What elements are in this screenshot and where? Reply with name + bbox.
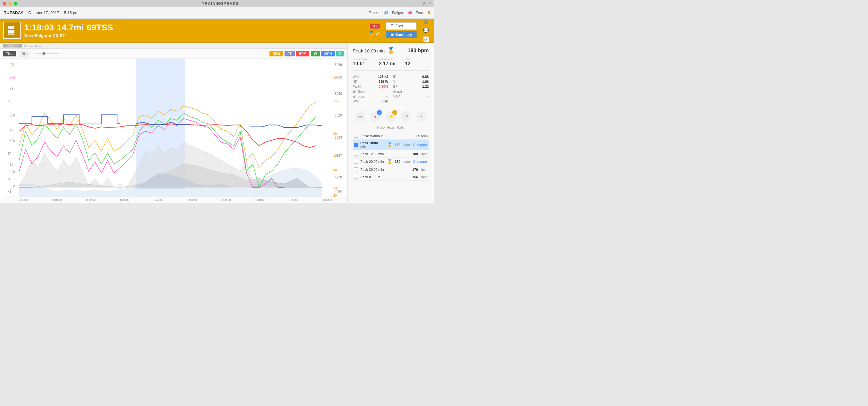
time-button[interactable]: Time xyxy=(3,51,16,57)
w-button[interactable]: W xyxy=(311,51,320,57)
main-content: E Pi₁₁... ⊔¹ ₁₀ Time Dist RPM FT BPM W M… xyxy=(0,43,434,203)
x-label-4: 0:40:00 xyxy=(154,198,163,201)
files-button[interactable]: ☰ Files xyxy=(386,22,416,30)
metric-buttons: RPM FT BPM W MPH F xyxy=(270,51,344,57)
summary-button[interactable]: ☰ Summary xyxy=(386,31,416,38)
gold-medal-icon: 🥇 xyxy=(387,47,395,54)
heart-icon-circle[interactable]: ♥ 4 xyxy=(370,111,381,122)
if-row: IF 0.88 xyxy=(393,75,429,78)
bar-chart-icon[interactable]: ▦ xyxy=(423,19,429,25)
x-labels: 0:00:00 0:10:00 0:20:00 0:30:00 0:40:00 … xyxy=(19,198,347,201)
12min-checkbox[interactable] xyxy=(354,152,358,156)
peak-row-1h[interactable]: Peak 01:00 h 156 bpm xyxy=(353,173,429,181)
peak-row-12min[interactable]: Peak 12:00 min 180 bpm xyxy=(353,150,429,158)
f-button[interactable]: F xyxy=(336,51,344,57)
peak-bpm-value: 180 bpm xyxy=(408,47,429,54)
20min-checkbox[interactable] xyxy=(354,160,358,164)
activity-main-stats: 1:18:03 14.7mi 69TSS xyxy=(24,23,364,33)
wkg-row: W/kg 3.26 xyxy=(353,99,388,103)
svg-text:4970: 4970 xyxy=(335,175,342,179)
duration-stat: Duration 10:01 xyxy=(353,58,376,67)
power-icon-circle[interactable]: ⚡ 1 xyxy=(385,111,396,122)
clock-icon-circle[interactable]: ⏱ xyxy=(401,111,411,122)
window-controls xyxy=(3,2,18,5)
svg-rect-4 xyxy=(8,33,11,35)
minimize-button[interactable] xyxy=(8,2,12,5)
20min-compare-button[interactable]: Compare xyxy=(412,160,428,163)
notes-icon: ☰ xyxy=(358,114,362,119)
vi-row: VI 1.06 xyxy=(393,80,429,83)
entire-label: Entire Workout xyxy=(360,134,413,138)
notes-icon-circle[interactable]: ☰ xyxy=(355,111,365,122)
svg-text:500: 500 xyxy=(10,139,15,143)
dist-button[interactable]: Dist xyxy=(19,51,30,57)
bt-badge: BT xyxy=(370,24,380,29)
tss-stat: TSS 12 xyxy=(405,58,429,67)
svg-text:13: 13 xyxy=(10,163,13,167)
svg-rect-5 xyxy=(11,33,14,35)
mph-button[interactable]: MPH xyxy=(321,51,335,57)
activity-icon xyxy=(3,22,21,39)
fitness-label: Fitness xyxy=(369,11,381,15)
12min-unit: bpm xyxy=(421,152,428,156)
date-label: October 17, 2017 xyxy=(28,10,59,15)
svg-text:8: 8 xyxy=(8,177,10,181)
np-row: NP 219 W xyxy=(353,80,388,83)
peak-section-title: Peak Heart Rate xyxy=(353,126,429,130)
activity-tss: 69TSS xyxy=(87,23,113,33)
10min-compare-button[interactable]: Compare xyxy=(412,143,428,146)
rpm-button[interactable]: RPM xyxy=(270,51,283,57)
trend-icon[interactable]: 📈 xyxy=(423,36,429,42)
chart-panel: E Pi₁₁... ⊔¹ ₁₀ Time Dist RPM FT BPM W M… xyxy=(0,43,348,203)
day-label: TUESDAY xyxy=(4,10,23,15)
window-actions: ⇱ ✕ xyxy=(423,2,431,5)
summary-icon: ☰ xyxy=(391,33,394,37)
svg-rect-0 xyxy=(8,26,11,29)
comment-icon[interactable]: 💬 xyxy=(423,27,429,34)
activity-bar: 1:18:03 14.7mi 69TSS New Belgium CX/ST B… xyxy=(0,19,434,43)
10min-checkbox[interactable] xyxy=(354,143,358,147)
bpm-button[interactable]: BPM xyxy=(296,51,309,57)
form-value: 5 xyxy=(428,11,430,15)
ef-row: EF 1.22 xyxy=(393,84,429,88)
peak-row-10min[interactable]: Peak 10:00 min 🥇 180 bpm Compare xyxy=(353,139,429,150)
title-bar: TRAININGPEAKS ⇱ ✕ xyxy=(0,0,434,7)
x-label-5: 0:50:00 xyxy=(188,198,197,201)
timeline-label: E Pi₁₁... ⊔¹ ₁₀ xyxy=(24,44,41,47)
svg-text:26: 26 xyxy=(10,62,14,67)
ft-button[interactable]: FT xyxy=(284,51,294,57)
30min-label: Peak 30:00 min xyxy=(360,168,410,171)
svg-text:22: 22 xyxy=(10,86,13,90)
maximize-button[interactable] xyxy=(14,2,18,5)
peak-row-20min[interactable]: Peak 20:00 min 🥇 180 bpm Compare xyxy=(353,158,429,166)
30min-checkbox[interactable] xyxy=(354,167,358,171)
chart-controls: Time Dist RPM FT BPM W MPH F xyxy=(0,49,347,59)
x-label-2: 0:20:00 xyxy=(86,198,95,201)
power-badge: 1 xyxy=(392,110,397,115)
header-stats: Fitness 39 Fatigue 48 Form 5 xyxy=(369,11,430,15)
30min-value: 179 xyxy=(412,168,418,171)
x-label-1: 0:10:00 xyxy=(53,198,62,201)
el-gain-row: El. Gain -- xyxy=(353,90,388,93)
range-slider[interactable] xyxy=(35,53,60,54)
x-label-9: 1:30:00 xyxy=(323,198,332,201)
resize-icon[interactable]: ⇱ xyxy=(423,2,426,5)
1h-checkbox[interactable] xyxy=(354,175,358,179)
svg-rect-2 xyxy=(8,30,11,33)
peak-row-entire[interactable]: Entire Workout 1:18:03 xyxy=(353,132,429,139)
el-loss-row: El. Loss -- xyxy=(353,95,388,98)
x-label-3: 0:30:00 xyxy=(120,198,129,201)
timeline-thumb[interactable] xyxy=(3,44,22,47)
detail-stats: Work 125 kJ IF 0.88 NP 219 W VI 1.06 Pw:… xyxy=(353,75,429,107)
fitness-value: 39 xyxy=(384,11,388,15)
timeline-strip: E Pi₁₁... ⊔¹ ₁₀ xyxy=(0,43,347,49)
close-icon[interactable]: ✕ xyxy=(429,2,431,5)
close-button[interactable] xyxy=(3,2,6,5)
more-icon: ⋯ xyxy=(419,114,424,119)
more-icon-circle[interactable]: ⋯ xyxy=(416,111,427,122)
svg-text:300: 300 xyxy=(10,184,15,188)
distance-stat: Distance 2.17 mi xyxy=(379,58,402,67)
peak-row-30min[interactable]: Peak 30:00 min 179 bpm xyxy=(353,166,429,173)
entire-checkbox[interactable] xyxy=(354,134,358,138)
peak-title: Peak 10:00 min xyxy=(353,48,384,53)
